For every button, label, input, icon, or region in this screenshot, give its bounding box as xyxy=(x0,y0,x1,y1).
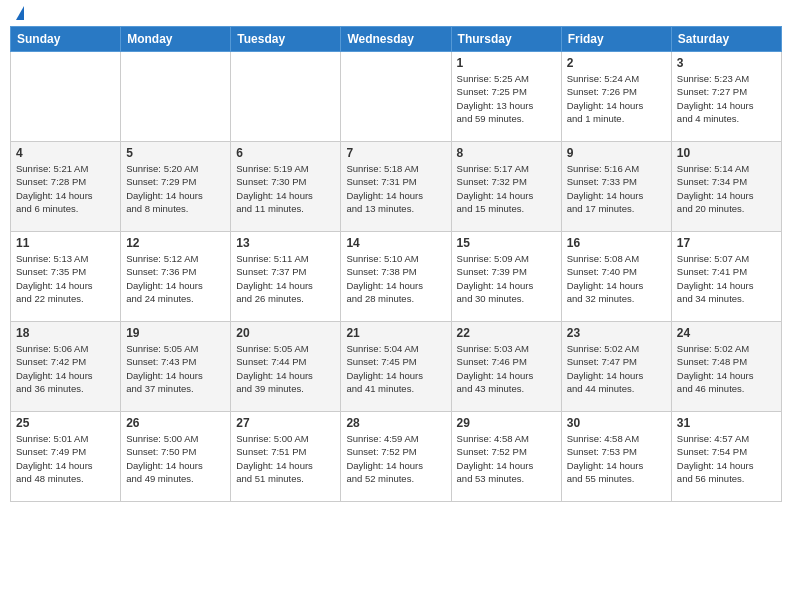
day-number: 25 xyxy=(16,416,115,430)
day-info: Sunrise: 5:07 AMSunset: 7:41 PMDaylight:… xyxy=(677,252,776,305)
day-number: 15 xyxy=(457,236,556,250)
calendar-cell: 19Sunrise: 5:05 AMSunset: 7:43 PMDayligh… xyxy=(121,322,231,412)
day-info: Sunrise: 5:00 AMSunset: 7:51 PMDaylight:… xyxy=(236,432,335,485)
calendar-cell: 17Sunrise: 5:07 AMSunset: 7:41 PMDayligh… xyxy=(671,232,781,322)
calendar-cell: 16Sunrise: 5:08 AMSunset: 7:40 PMDayligh… xyxy=(561,232,671,322)
calendar-cell: 2Sunrise: 5:24 AMSunset: 7:26 PMDaylight… xyxy=(561,52,671,142)
calendar-week-1: 1Sunrise: 5:25 AMSunset: 7:25 PMDaylight… xyxy=(11,52,782,142)
day-number: 2 xyxy=(567,56,666,70)
day-number: 21 xyxy=(346,326,445,340)
day-number: 30 xyxy=(567,416,666,430)
day-info: Sunrise: 4:59 AMSunset: 7:52 PMDaylight:… xyxy=(346,432,445,485)
day-number: 3 xyxy=(677,56,776,70)
day-number: 4 xyxy=(16,146,115,160)
day-number: 13 xyxy=(236,236,335,250)
logo xyxy=(14,10,24,20)
calendar-week-5: 25Sunrise: 5:01 AMSunset: 7:49 PMDayligh… xyxy=(11,412,782,502)
calendar-cell: 5Sunrise: 5:20 AMSunset: 7:29 PMDaylight… xyxy=(121,142,231,232)
calendar-cell: 23Sunrise: 5:02 AMSunset: 7:47 PMDayligh… xyxy=(561,322,671,412)
day-info: Sunrise: 5:14 AMSunset: 7:34 PMDaylight:… xyxy=(677,162,776,215)
calendar-cell: 15Sunrise: 5:09 AMSunset: 7:39 PMDayligh… xyxy=(451,232,561,322)
day-number: 24 xyxy=(677,326,776,340)
day-info: Sunrise: 5:10 AMSunset: 7:38 PMDaylight:… xyxy=(346,252,445,305)
day-info: Sunrise: 5:25 AMSunset: 7:25 PMDaylight:… xyxy=(457,72,556,125)
calendar-cell xyxy=(121,52,231,142)
calendar-cell: 28Sunrise: 4:59 AMSunset: 7:52 PMDayligh… xyxy=(341,412,451,502)
calendar-cell: 9Sunrise: 5:16 AMSunset: 7:33 PMDaylight… xyxy=(561,142,671,232)
day-info: Sunrise: 5:11 AMSunset: 7:37 PMDaylight:… xyxy=(236,252,335,305)
calendar-cell: 25Sunrise: 5:01 AMSunset: 7:49 PMDayligh… xyxy=(11,412,121,502)
day-number: 31 xyxy=(677,416,776,430)
calendar-week-4: 18Sunrise: 5:06 AMSunset: 7:42 PMDayligh… xyxy=(11,322,782,412)
calendar-cell: 10Sunrise: 5:14 AMSunset: 7:34 PMDayligh… xyxy=(671,142,781,232)
calendar-cell: 14Sunrise: 5:10 AMSunset: 7:38 PMDayligh… xyxy=(341,232,451,322)
day-number: 17 xyxy=(677,236,776,250)
day-info: Sunrise: 5:02 AMSunset: 7:47 PMDaylight:… xyxy=(567,342,666,395)
calendar-cell: 21Sunrise: 5:04 AMSunset: 7:45 PMDayligh… xyxy=(341,322,451,412)
calendar-cell: 11Sunrise: 5:13 AMSunset: 7:35 PMDayligh… xyxy=(11,232,121,322)
day-number: 9 xyxy=(567,146,666,160)
day-info: Sunrise: 5:00 AMSunset: 7:50 PMDaylight:… xyxy=(126,432,225,485)
calendar-cell: 3Sunrise: 5:23 AMSunset: 7:27 PMDaylight… xyxy=(671,52,781,142)
weekday-header-tuesday: Tuesday xyxy=(231,27,341,52)
day-info: Sunrise: 4:58 AMSunset: 7:53 PMDaylight:… xyxy=(567,432,666,485)
calendar-cell: 13Sunrise: 5:11 AMSunset: 7:37 PMDayligh… xyxy=(231,232,341,322)
calendar-cell: 12Sunrise: 5:12 AMSunset: 7:36 PMDayligh… xyxy=(121,232,231,322)
weekday-header-sunday: Sunday xyxy=(11,27,121,52)
day-info: Sunrise: 4:58 AMSunset: 7:52 PMDaylight:… xyxy=(457,432,556,485)
day-info: Sunrise: 5:08 AMSunset: 7:40 PMDaylight:… xyxy=(567,252,666,305)
logo-triangle-icon xyxy=(16,6,24,20)
day-info: Sunrise: 5:06 AMSunset: 7:42 PMDaylight:… xyxy=(16,342,115,395)
day-number: 29 xyxy=(457,416,556,430)
calendar-week-2: 4Sunrise: 5:21 AMSunset: 7:28 PMDaylight… xyxy=(11,142,782,232)
calendar-week-3: 11Sunrise: 5:13 AMSunset: 7:35 PMDayligh… xyxy=(11,232,782,322)
day-info: Sunrise: 5:12 AMSunset: 7:36 PMDaylight:… xyxy=(126,252,225,305)
calendar-cell: 31Sunrise: 4:57 AMSunset: 7:54 PMDayligh… xyxy=(671,412,781,502)
calendar-cell: 27Sunrise: 5:00 AMSunset: 7:51 PMDayligh… xyxy=(231,412,341,502)
day-info: Sunrise: 5:04 AMSunset: 7:45 PMDaylight:… xyxy=(346,342,445,395)
calendar-cell: 24Sunrise: 5:02 AMSunset: 7:48 PMDayligh… xyxy=(671,322,781,412)
calendar-cell xyxy=(231,52,341,142)
day-number: 5 xyxy=(126,146,225,160)
day-number: 20 xyxy=(236,326,335,340)
day-info: Sunrise: 5:18 AMSunset: 7:31 PMDaylight:… xyxy=(346,162,445,215)
day-info: Sunrise: 5:20 AMSunset: 7:29 PMDaylight:… xyxy=(126,162,225,215)
calendar-cell: 30Sunrise: 4:58 AMSunset: 7:53 PMDayligh… xyxy=(561,412,671,502)
calendar-cell xyxy=(11,52,121,142)
calendar-cell: 18Sunrise: 5:06 AMSunset: 7:42 PMDayligh… xyxy=(11,322,121,412)
day-info: Sunrise: 5:13 AMSunset: 7:35 PMDaylight:… xyxy=(16,252,115,305)
day-info: Sunrise: 5:05 AMSunset: 7:43 PMDaylight:… xyxy=(126,342,225,395)
calendar-cell: 26Sunrise: 5:00 AMSunset: 7:50 PMDayligh… xyxy=(121,412,231,502)
day-info: Sunrise: 5:17 AMSunset: 7:32 PMDaylight:… xyxy=(457,162,556,215)
day-info: Sunrise: 5:09 AMSunset: 7:39 PMDaylight:… xyxy=(457,252,556,305)
calendar-cell: 7Sunrise: 5:18 AMSunset: 7:31 PMDaylight… xyxy=(341,142,451,232)
day-info: Sunrise: 5:24 AMSunset: 7:26 PMDaylight:… xyxy=(567,72,666,125)
calendar-cell: 29Sunrise: 4:58 AMSunset: 7:52 PMDayligh… xyxy=(451,412,561,502)
day-number: 10 xyxy=(677,146,776,160)
day-number: 26 xyxy=(126,416,225,430)
calendar-cell: 4Sunrise: 5:21 AMSunset: 7:28 PMDaylight… xyxy=(11,142,121,232)
day-info: Sunrise: 5:01 AMSunset: 7:49 PMDaylight:… xyxy=(16,432,115,485)
day-info: Sunrise: 5:02 AMSunset: 7:48 PMDaylight:… xyxy=(677,342,776,395)
day-number: 18 xyxy=(16,326,115,340)
calendar-cell: 1Sunrise: 5:25 AMSunset: 7:25 PMDaylight… xyxy=(451,52,561,142)
day-number: 6 xyxy=(236,146,335,160)
day-info: Sunrise: 5:23 AMSunset: 7:27 PMDaylight:… xyxy=(677,72,776,125)
day-number: 27 xyxy=(236,416,335,430)
weekday-header-wednesday: Wednesday xyxy=(341,27,451,52)
calendar-header-row: SundayMondayTuesdayWednesdayThursdayFrid… xyxy=(11,27,782,52)
calendar-table: SundayMondayTuesdayWednesdayThursdayFrid… xyxy=(10,26,782,502)
weekday-header-saturday: Saturday xyxy=(671,27,781,52)
page-header xyxy=(10,10,782,20)
weekday-header-friday: Friday xyxy=(561,27,671,52)
day-number: 22 xyxy=(457,326,556,340)
weekday-header-thursday: Thursday xyxy=(451,27,561,52)
day-number: 23 xyxy=(567,326,666,340)
day-info: Sunrise: 5:16 AMSunset: 7:33 PMDaylight:… xyxy=(567,162,666,215)
day-number: 16 xyxy=(567,236,666,250)
day-info: Sunrise: 5:03 AMSunset: 7:46 PMDaylight:… xyxy=(457,342,556,395)
day-info: Sunrise: 5:21 AMSunset: 7:28 PMDaylight:… xyxy=(16,162,115,215)
day-info: Sunrise: 5:05 AMSunset: 7:44 PMDaylight:… xyxy=(236,342,335,395)
day-info: Sunrise: 5:19 AMSunset: 7:30 PMDaylight:… xyxy=(236,162,335,215)
day-number: 14 xyxy=(346,236,445,250)
